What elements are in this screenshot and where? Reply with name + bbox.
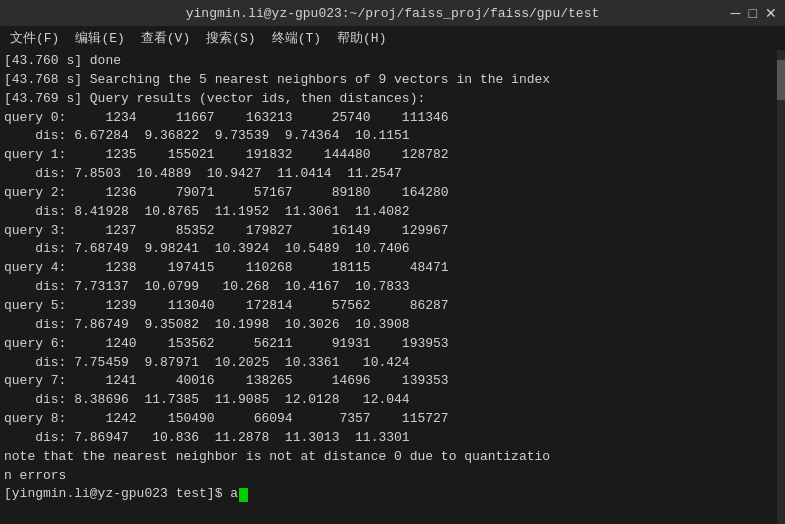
terminal-line: note that the nearest neighbor is not at… — [4, 448, 781, 467]
terminal-line: [43.769 s] Query results (vector ids, th… — [4, 90, 781, 109]
menu-bar: 文件(F) 编辑(E) 查看(V) 搜索(S) 终端(T) 帮助(H) — [0, 26, 785, 50]
window-controls: ─ □ ✕ — [731, 6, 777, 20]
terminal-line: dis: 8.41928 10.8765 11.1952 11.3061 11.… — [4, 203, 781, 222]
terminal-line: dis: 8.38696 11.7385 11.9085 12.0128 12.… — [4, 391, 781, 410]
scrollbar[interactable] — [777, 50, 785, 524]
scrollbar-thumb[interactable] — [777, 60, 785, 100]
menu-help[interactable]: 帮助(H) — [331, 28, 392, 48]
title-bar: yingmin.li@yz-gpu023:~/proj/faiss_proj/f… — [0, 0, 785, 26]
cursor — [239, 488, 248, 502]
terminal-line: query 4: 1238 197415 110268 18115 48471 — [4, 259, 781, 278]
terminal-line: [43.760 s] done — [4, 52, 781, 71]
terminal-line: dis: 7.73137 10.0799 10.268 10.4167 10.7… — [4, 278, 781, 297]
menu-edit[interactable]: 编辑(E) — [69, 28, 130, 48]
menu-terminal[interactable]: 终端(T) — [266, 28, 327, 48]
maximize-button[interactable]: □ — [749, 6, 757, 20]
window-title: yingmin.li@yz-gpu023:~/proj/faiss_proj/f… — [186, 6, 599, 21]
terminal-line: dis: 7.68749 9.98241 10.3924 10.5489 10.… — [4, 240, 781, 259]
terminal-line: query 3: 1237 85352 179827 16149 129967 — [4, 222, 781, 241]
terminal-body[interactable]: [43.760 s] done[43.768 s] Searching the … — [0, 50, 785, 524]
terminal-line: query 6: 1240 153562 56211 91931 193953 — [4, 335, 781, 354]
close-button[interactable]: ✕ — [765, 6, 777, 20]
terminal-line: dis: 7.8503 10.4889 10.9427 11.0414 11.2… — [4, 165, 781, 184]
terminal-line: query 5: 1239 113040 172814 57562 86287 — [4, 297, 781, 316]
terminal-line: dis: 7.86947 10.836 11.2878 11.3013 11.3… — [4, 429, 781, 448]
terminal-line: n errors — [4, 467, 781, 486]
minimize-button[interactable]: ─ — [731, 6, 741, 20]
menu-view[interactable]: 查看(V) — [135, 28, 196, 48]
terminal-line: query 0: 1234 11667 163213 25740 111346 — [4, 109, 781, 128]
terminal-output: [43.760 s] done[43.768 s] Searching the … — [4, 52, 781, 485]
terminal-line: [43.768 s] Searching the 5 nearest neigh… — [4, 71, 781, 90]
terminal-line: dis: 6.67284 9.36822 9.73539 9.74364 10.… — [4, 127, 781, 146]
terminal-line: query 7: 1241 40016 138265 14696 139353 — [4, 372, 781, 391]
terminal-line: query 2: 1236 79071 57167 89180 164280 — [4, 184, 781, 203]
terminal-line: dis: 7.75459 9.87971 10.2025 10.3361 10.… — [4, 354, 781, 373]
prompt-input: a — [230, 485, 238, 504]
prompt-line: [yingmin.li@yz-gpu023 test]$ a — [4, 485, 781, 504]
terminal-window: yingmin.li@yz-gpu023:~/proj/faiss_proj/f… — [0, 0, 785, 524]
menu-search[interactable]: 搜索(S) — [200, 28, 261, 48]
prompt-text: [yingmin.li@yz-gpu023 test]$ — [4, 485, 230, 504]
menu-file[interactable]: 文件(F) — [4, 28, 65, 48]
terminal-line: query 1: 1235 155021 191832 144480 12878… — [4, 146, 781, 165]
terminal-line: dis: 7.86749 9.35082 10.1998 10.3026 10.… — [4, 316, 781, 335]
terminal-line: query 8: 1242 150490 66094 7357 115727 — [4, 410, 781, 429]
